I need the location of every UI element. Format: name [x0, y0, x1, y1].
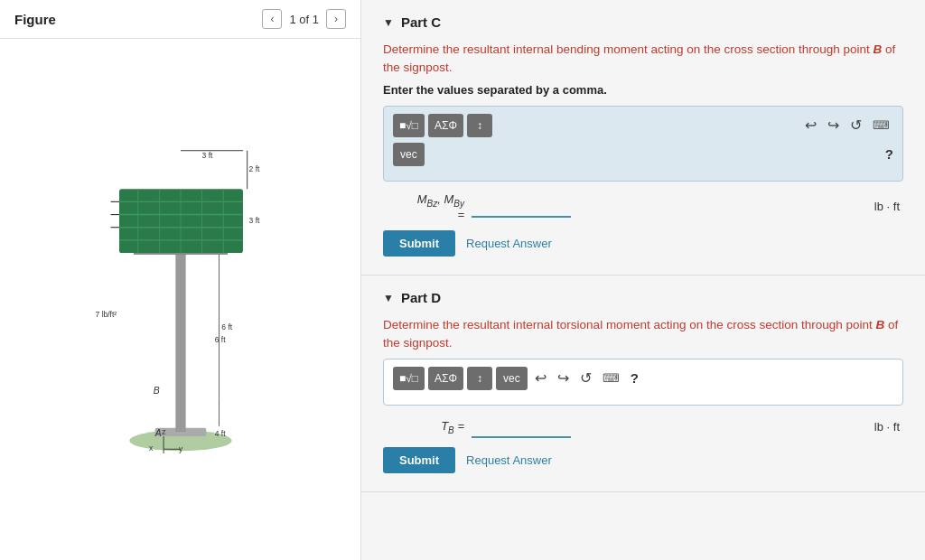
- part-d-answer-row: TB = lb · ft: [383, 416, 903, 438]
- part-d-header: ▼ Part D: [383, 290, 903, 305]
- part-c-toolbar-row2: vec ?: [393, 143, 893, 166]
- prev-figure-button[interactable]: ‹: [262, 9, 282, 29]
- sqrt-button-d[interactable]: ■√□: [393, 367, 425, 390]
- svg-rect-2: [175, 248, 185, 432]
- right-panel: ▼ Part C Determine the resultant interna…: [361, 0, 925, 560]
- part-c-request-answer-link[interactable]: Request Answer: [466, 237, 552, 250]
- undo-button-c[interactable]: ↩: [801, 115, 820, 135]
- svg-text:6 ft: 6 ft: [214, 335, 225, 344]
- part-d-eq-label: TB =: [383, 419, 464, 435]
- figure-image-area: 3 ft 2 ft 3 ft 7 lb/ft² 6 ft B A 4 ft 6 …: [0, 39, 360, 560]
- svg-text:A: A: [154, 428, 161, 438]
- svg-text:2 ft: 2 ft: [248, 164, 259, 173]
- part-c-answer-input[interactable]: [472, 196, 571, 218]
- figure-navigation: ‹ 1 of 1 ›: [262, 9, 346, 29]
- arrows-button-d[interactable]: ↕: [467, 367, 492, 390]
- part-c-description: Determine the resultant internal bending…: [383, 41, 903, 78]
- part-d-section: ▼ Part D Determine the resultant interna…: [361, 275, 925, 492]
- part-d-math-input-box: ■√□ ΑΣΦ ↕ vec ↩ ↪ ↺ ⌨ ?: [383, 359, 903, 406]
- svg-text:7 lb/ft²: 7 lb/ft²: [95, 309, 117, 318]
- part-c-collapse[interactable]: ▼: [383, 16, 394, 29]
- redo-button-c[interactable]: ↪: [824, 115, 843, 135]
- part-d-answer-input[interactable]: [472, 416, 571, 438]
- part-c-math-input-box: ■√□ ΑΣΦ ↕ ↩ ↪ ↺ ⌨ vec ?: [383, 106, 903, 182]
- keyboard-button-c[interactable]: ⌨: [869, 117, 893, 134]
- arrows-button-c[interactable]: ↕: [467, 114, 492, 137]
- part-c-header: ▼ Part C: [383, 14, 903, 30]
- part-d-action-row: Submit Request Answer: [383, 447, 903, 473]
- alpha-button-c[interactable]: ΑΣΦ: [428, 114, 463, 137]
- refresh-button-c[interactable]: ↺: [846, 115, 865, 135]
- svg-text:6 ft: 6 ft: [221, 322, 232, 331]
- part-c-toolbar: ■√□ ΑΣΦ ↕ ↩ ↪ ↺ ⌨: [393, 114, 893, 137]
- svg-text:3 ft: 3 ft: [201, 151, 212, 160]
- refresh-button-d[interactable]: ↺: [576, 368, 595, 388]
- alpha-button-d[interactable]: ΑΣΦ: [428, 367, 463, 390]
- part-d-title: Part D: [401, 290, 441, 305]
- figure-label: Figure: [14, 12, 56, 27]
- redo-button-d[interactable]: ↪: [554, 368, 573, 388]
- signpost-diagram: 3 ft 2 ft 3 ft 7 lb/ft² 6 ft B A 4 ft 6 …: [81, 146, 280, 453]
- part-d-request-answer-link[interactable]: Request Answer: [466, 453, 552, 467]
- part-d-unit: lb · ft: [874, 420, 903, 434]
- svg-text:4 ft: 4 ft: [214, 429, 225, 438]
- part-c-section: ▼ Part C Determine the resultant interna…: [361, 0, 925, 275]
- part-d-toolbar: ■√□ ΑΣΦ ↕ vec ↩ ↪ ↺ ⌨ ?: [393, 367, 893, 390]
- svg-text:y: y: [179, 444, 183, 453]
- part-c-unit: lb · ft: [874, 200, 903, 213]
- help-icon-d[interactable]: ?: [631, 370, 639, 386]
- part-c-answer-row: MBz, MBy= lb · ft: [383, 192, 903, 222]
- part-c-instruction: Enter the values separated by a comma.: [383, 83, 903, 97]
- part-c-action-row: Submit Request Answer: [383, 230, 903, 257]
- svg-text:3 ft: 3 ft: [248, 216, 259, 225]
- undo-button-d[interactable]: ↩: [531, 368, 550, 388]
- figure-count: 1 of 1: [289, 13, 319, 26]
- part-c-eq-label: MBz, MBy=: [383, 192, 464, 222]
- vec-button-c[interactable]: vec: [393, 143, 425, 166]
- svg-text:z: z: [162, 427, 165, 436]
- part-d-submit-button[interactable]: Submit: [383, 447, 455, 473]
- part-c-submit-button[interactable]: Submit: [383, 230, 455, 257]
- part-c-title: Part C: [401, 14, 441, 30]
- part-d-collapse[interactable]: ▼: [383, 292, 394, 304]
- vec-button-d[interactable]: vec: [496, 367, 528, 390]
- part-d-description: Determine the resultant internal torsion…: [383, 316, 903, 353]
- svg-text:B: B: [153, 385, 159, 395]
- sqrt-button-c[interactable]: ■√□: [393, 114, 425, 137]
- next-figure-button[interactable]: ›: [326, 9, 346, 29]
- help-icon-c[interactable]: ?: [885, 146, 893, 162]
- keyboard-button-d[interactable]: ⌨: [599, 369, 623, 387]
